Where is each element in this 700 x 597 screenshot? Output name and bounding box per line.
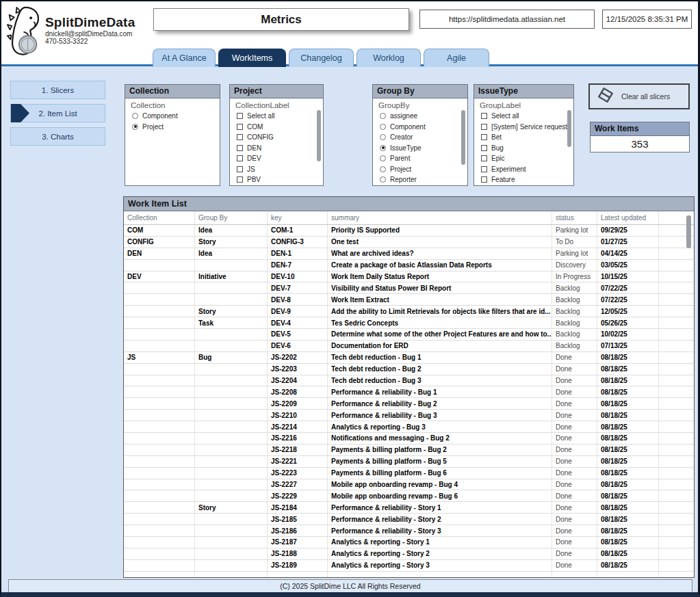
- slicer-option-system-service-request[interactable]: [System] Service request: [474, 122, 573, 133]
- table-row[interactable]: CONFIGStoryCONFIG-3One testTo Do01/27/25: [124, 237, 694, 248]
- table-row[interactable]: DEV-8Work Item ExtractBacklog07/22/25: [124, 294, 694, 306]
- slicer-option-feature[interactable]: Feature: [474, 174, 573, 185]
- radio-glyph[interactable]: [132, 113, 138, 119]
- table-row[interactable]: StoryJS-2184Performance & reliability - …: [124, 502, 694, 514]
- tab-workitems[interactable]: WorkItems: [218, 49, 286, 67]
- table-row[interactable]: TaskDEV-4Tes Sedric ConceptsBacklog05/26…: [124, 317, 694, 329]
- slicer-option-project[interactable]: Project: [373, 164, 467, 175]
- table-row[interactable]: DEN-7Create a package of basic Atlassian…: [124, 260, 694, 271]
- checkbox-glyph[interactable]: [481, 124, 487, 130]
- table-row[interactable]: DEV-5Determine what some of the other Pr…: [124, 329, 694, 341]
- table-row[interactable]: JS-2186Performance & reliability - Story…: [124, 525, 694, 537]
- tab-changelog[interactable]: Changelog: [289, 49, 354, 67]
- slicer-option-config[interactable]: CONFIG: [230, 132, 323, 143]
- checkbox-glyph[interactable]: [481, 134, 487, 140]
- slicer-project-title[interactable]: Project: [230, 85, 323, 98]
- checkbox-glyph[interactable]: [237, 124, 243, 130]
- checkbox-glyph[interactable]: [237, 134, 243, 140]
- slicer-option-component[interactable]: Component: [373, 122, 467, 133]
- radio-glyph[interactable]: [132, 124, 138, 130]
- checkbox-glyph[interactable]: [237, 176, 243, 183]
- table-row[interactable]: JSBugJS-2202Tech debt reduction - Bug 1D…: [124, 352, 694, 364]
- table-scrollbar[interactable]: [686, 215, 691, 248]
- clear-all-slicers-button[interactable]: Clear all slicers: [588, 83, 690, 109]
- checkbox-glyph[interactable]: [237, 145, 243, 151]
- radio-glyph[interactable]: [380, 134, 386, 140]
- slicer-option-assignee[interactable]: assignee: [373, 111, 467, 122]
- cell-latest-updated: 08/18/25: [597, 514, 659, 525]
- checkbox-glyph[interactable]: [481, 176, 487, 183]
- radio-glyph[interactable]: [380, 124, 386, 130]
- table-row[interactable]: DEVInitiativeDEV-10Work Item Daily Statu…: [124, 271, 694, 283]
- slicer-option-creator[interactable]: Creator: [373, 132, 467, 143]
- slicer-option-reporter[interactable]: Reporter: [373, 174, 467, 185]
- table-row[interactable]: DEV-6Documentation for ERDBacklog07/13/2…: [124, 341, 694, 352]
- cell-status: Done: [552, 468, 597, 479]
- nav-item-1-slicers[interactable]: 1. Slicers: [10, 81, 105, 99]
- checkbox-glyph[interactable]: [481, 113, 487, 119]
- radio-glyph[interactable]: [380, 166, 386, 172]
- table-row[interactable]: StoryDEV-9Add the ability to Limit Retri…: [124, 306, 694, 317]
- checkbox-glyph[interactable]: [237, 166, 243, 172]
- slicer-option-js[interactable]: JS: [230, 164, 323, 175]
- slicer-option-project[interactable]: Project: [125, 122, 220, 133]
- radio-glyph[interactable]: [380, 113, 386, 119]
- table-row[interactable]: JS-2204Tech debt reduction - Bug 3Done08…: [124, 375, 694, 387]
- table-row[interactable]: JS-2203Tech debt reduction - Bug 2Done08…: [124, 364, 694, 375]
- table-row[interactable]: JS-2214Analytics & reporting - Bug 3Done…: [124, 421, 694, 433]
- slicer-group-by-title[interactable]: Group By: [373, 85, 467, 98]
- table-row[interactable]: JS-2216Notifications and messaging - Bug…: [124, 433, 694, 445]
- table-row[interactable]: JS-2221Payments & billing platform - Bug…: [124, 456, 694, 468]
- table-row[interactable]: JS-2223Payments & billing platform - Bug…: [124, 468, 694, 479]
- slicer-issue-type-title[interactable]: IssueType: [474, 85, 573, 98]
- scrollbar[interactable]: [317, 110, 321, 161]
- slicer-option-pbv[interactable]: PBV: [230, 174, 323, 185]
- table-row[interactable]: JS-2209Performance & reliability - Bug 2…: [124, 398, 694, 410]
- tab-agile[interactable]: Agile: [424, 49, 489, 67]
- cell-summary: Analytics & reporting - Story 3: [328, 560, 552, 571]
- checkbox-glyph[interactable]: [237, 113, 243, 119]
- checkbox-glyph[interactable]: [481, 166, 487, 172]
- slicer-option-select-all[interactable]: Select all: [230, 111, 323, 122]
- slicer-option-bet[interactable]: Bet: [474, 132, 573, 143]
- table-row[interactable]: JS-2188Analytics & reporting - Story 2Do…: [124, 548, 694, 560]
- cell-summary: What are archived ideas?: [328, 248, 552, 259]
- table-row[interactable]: JS-2187Analytics & reporting - Story 1Do…: [124, 537, 694, 548]
- cell-collection: JS: [124, 352, 195, 363]
- slicer-option-parent[interactable]: Parent: [373, 153, 467, 164]
- table-row[interactable]: DEV-7Visibility and Status Power BI Repo…: [124, 282, 694, 294]
- table-row[interactable]: JS-2229Mobile app onboarding revamp - Bu…: [124, 490, 694, 502]
- slicer-option-com[interactable]: COM: [230, 122, 323, 133]
- slicer-option-issuetype[interactable]: IssueType: [373, 143, 467, 154]
- table-row[interactable]: JS-2227Mobile app onboarding revamp - Bu…: [124, 479, 694, 491]
- slicer-option-dev[interactable]: DEV: [230, 153, 323, 164]
- slicer-option-bug[interactable]: Bug: [474, 143, 573, 154]
- checkbox-glyph[interactable]: [237, 155, 243, 161]
- table-row[interactable]: JS-2208Performance & reliability - Bug 1…: [124, 386, 694, 398]
- slicer-collection-title[interactable]: Collection: [125, 85, 220, 98]
- table-row[interactable]: JS-2185Performance & reliability - Story…: [124, 514, 694, 525]
- radio-glyph[interactable]: [380, 155, 386, 161]
- slicer-option-den[interactable]: DEN: [230, 143, 323, 154]
- table-row[interactable]: DENIdeaDEN-1What are archived ideas?Park…: [124, 248, 694, 260]
- tab-worklog[interactable]: Worklog: [357, 49, 421, 67]
- cell-latest-updated: 08/18/25: [597, 375, 659, 386]
- cell-spacer: [659, 352, 694, 363]
- table-row[interactable]: COMIdeaCOM-1Priority IS SupportedParking…: [124, 225, 694, 237]
- radio-glyph[interactable]: [380, 176, 386, 183]
- slicer-option-component[interactable]: Component: [125, 111, 220, 122]
- slicer-option-select-all[interactable]: Select all: [474, 111, 573, 122]
- nav-item-3-charts[interactable]: 3. Charts: [10, 127, 105, 146]
- tab-at-a-glance[interactable]: At A Glance: [153, 49, 216, 67]
- checkbox-glyph[interactable]: [481, 155, 487, 161]
- table-row[interactable]: JS-2210Performance & reliability - Bug 3…: [124, 410, 694, 421]
- slicer-option-epic[interactable]: Epic: [474, 153, 573, 164]
- cell-summary: Work Item Extract: [328, 294, 552, 305]
- table-row[interactable]: JS-2189Analytics & reporting - Story 3Do…: [124, 560, 694, 572]
- slicer-option-experiment[interactable]: Experiment: [474, 164, 573, 175]
- radio-glyph[interactable]: [380, 145, 386, 151]
- scrollbar[interactable]: [567, 110, 571, 147]
- scrollbar[interactable]: [461, 110, 465, 165]
- checkbox-glyph[interactable]: [481, 145, 487, 151]
- table-row[interactable]: JS-2218Payments & billing platform - Bug…: [124, 445, 694, 456]
